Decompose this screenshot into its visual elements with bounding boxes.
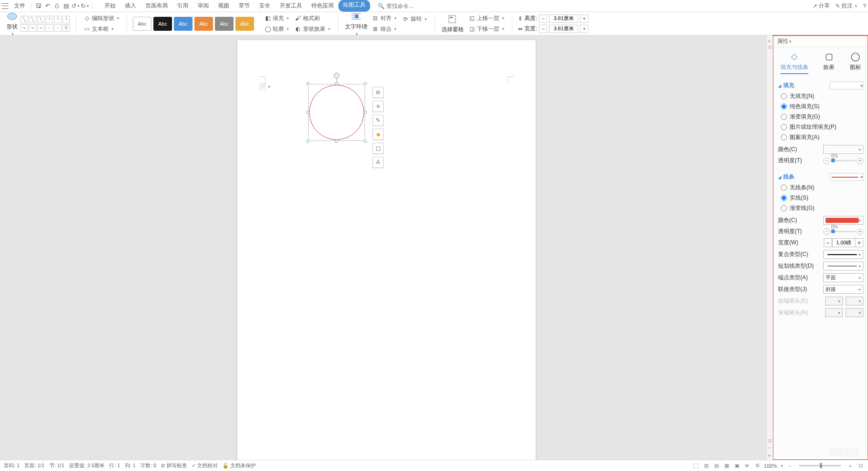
shape-curve[interactable]: ∿ bbox=[37, 24, 45, 32]
separator bbox=[127, 14, 127, 33]
search-input[interactable] bbox=[386, 3, 442, 9]
share-button[interactable]: ↗分享 bbox=[813, 2, 830, 10]
svg-rect-6 bbox=[449, 15, 455, 23]
shapes-button[interactable]: 形状▾ bbox=[6, 10, 19, 35]
separator bbox=[338, 14, 338, 33]
outline-icon: ◯ bbox=[264, 26, 271, 32]
ribbon: 形状▾ ╲╲╲└└└ ∿∿∿⟋⟋S ◇编辑形状▾ ▭文本框▾ Abc Abc A… bbox=[0, 12, 868, 35]
tab-view[interactable]: 视图 bbox=[214, 0, 234, 12]
shape-effects-button[interactable]: ◐形状效果▾ bbox=[293, 25, 332, 34]
shape-curve[interactable]: ∿ bbox=[21, 24, 28, 32]
style-swatch-5[interactable]: Abc bbox=[215, 17, 234, 31]
bring-forward-icon: ◱ bbox=[468, 15, 475, 21]
blank bbox=[400, 25, 429, 33]
height-plus[interactable]: + bbox=[580, 14, 588, 23]
layer-group: 选择窗格 ◱上移一层▾ ◲下移一层▾ bbox=[438, 13, 509, 35]
style-swatch-6[interactable]: Abc bbox=[235, 17, 254, 31]
width-control: ⇔ 宽度: − + bbox=[518, 25, 588, 33]
edit-group: ◇编辑形状▾ ▭文本框▾ bbox=[79, 14, 124, 34]
width-input[interactable] bbox=[549, 25, 578, 33]
tab-chapter[interactable]: 章节 bbox=[234, 0, 255, 12]
command-search[interactable]: 🔍 bbox=[378, 3, 442, 9]
menu-left: 文件 🖫 ↶ ⎙ ▤ ↺▾ ↻▾ bbox=[2, 2, 94, 10]
share-icon: ↗ bbox=[813, 3, 817, 9]
shape-elbow[interactable]: └ bbox=[54, 16, 62, 23]
undo-history-icon[interactable]: ↶ bbox=[43, 2, 52, 10]
annotate-icon: ✎ bbox=[835, 3, 840, 9]
height-minus[interactable]: − bbox=[539, 14, 547, 23]
fill-button[interactable]: ◧填充▾ bbox=[262, 14, 291, 23]
size-group: ⇕ 高度: − + ⇔ 宽度: − + bbox=[515, 14, 591, 33]
height-control: ⇕ 高度: − + bbox=[518, 14, 588, 23]
width-plus[interactable]: + bbox=[580, 25, 588, 33]
combine-button[interactable]: ⊞组合▾ bbox=[370, 25, 399, 34]
menu-right: ↗分享 ✎批注▾ ? bbox=[813, 2, 866, 10]
file-menu[interactable]: 文件 bbox=[11, 2, 28, 10]
bring-forward-button[interactable]: ◱上移一层▾ bbox=[467, 14, 506, 23]
align-icon: ⊟ bbox=[372, 15, 379, 21]
separator bbox=[92, 2, 92, 10]
svg-rect-7 bbox=[450, 17, 453, 18]
tab-review[interactable]: 审阅 bbox=[193, 0, 214, 12]
rotate-icon: ⟳ bbox=[402, 16, 409, 22]
textbox-icon: ▭ bbox=[83, 26, 90, 32]
shape-line[interactable]: ╲ bbox=[21, 16, 28, 23]
width-icon: ⇔ bbox=[518, 26, 523, 32]
svg-rect-1 bbox=[355, 14, 358, 18]
tab-insert[interactable]: 插入 bbox=[120, 0, 141, 12]
shape-freeform[interactable]: ⟋ bbox=[54, 24, 62, 32]
style-swatch-4[interactable]: Abc bbox=[194, 17, 213, 31]
shape-s[interactable]: S bbox=[62, 24, 70, 32]
shape-elbow[interactable]: └ bbox=[62, 16, 70, 23]
separator bbox=[31, 2, 31, 10]
print-preview-icon[interactable]: ▤ bbox=[62, 2, 70, 10]
tab-start[interactable]: 开始 bbox=[100, 0, 120, 12]
arrange-group: 文字环绕▾ ⊟对齐▾ ⊞组合▾ ⟳旋转▾ bbox=[341, 10, 432, 35]
height-input[interactable] bbox=[549, 14, 578, 23]
text-wrap-button[interactable]: 文字环绕▾ bbox=[344, 10, 368, 35]
wrap-icon bbox=[351, 11, 362, 22]
annotate-button[interactable]: ✎批注▾ bbox=[835, 2, 857, 10]
height-icon: ⇕ bbox=[518, 15, 523, 22]
group-icon: ⊞ bbox=[372, 26, 379, 32]
style-swatch-3[interactable]: Abc bbox=[174, 17, 193, 31]
undo-icon[interactable]: ↺▾ bbox=[71, 2, 80, 10]
style-swatch-1[interactable]: Abc bbox=[133, 17, 152, 31]
styles-group: Abc Abc Abc Abc Abc Abc bbox=[130, 17, 257, 31]
shape-gallery[interactable]: ╲╲╲└└└ ∿∿∿⟋⟋S bbox=[21, 16, 70, 32]
help-button[interactable]: ? bbox=[863, 3, 866, 9]
brush-icon: 🖌 bbox=[295, 15, 301, 21]
shape-freeform[interactable]: ⟋ bbox=[46, 24, 53, 32]
fill-icon: ◧ bbox=[264, 15, 271, 21]
menubar: 文件 🖫 ↶ ⎙ ▤ ↺▾ ↻▾ 开始 插入 页面布局 引用 审阅 视图 章节 … bbox=[0, 0, 868, 12]
rotate-button[interactable]: ⟳旋转▾ bbox=[400, 14, 429, 23]
shape-curve[interactable]: ∿ bbox=[29, 24, 36, 32]
tab-reference[interactable]: 引用 bbox=[172, 0, 193, 12]
hamburger-icon[interactable] bbox=[2, 3, 8, 9]
send-backward-icon: ◲ bbox=[468, 26, 475, 32]
tab-security[interactable]: 安全 bbox=[255, 0, 275, 12]
edit-shape-button[interactable]: ◇编辑形状▾ bbox=[82, 14, 121, 23]
tab-page-layout[interactable]: 页面布局 bbox=[141, 0, 172, 12]
style-swatch-2[interactable]: Abc bbox=[153, 17, 172, 31]
textbox-button[interactable]: ▭文本框▾ bbox=[82, 25, 121, 34]
format-painter-button[interactable]: 🖌格式刷 bbox=[293, 14, 332, 23]
print-icon[interactable]: ⎙ bbox=[53, 2, 61, 10]
separator bbox=[434, 14, 435, 33]
tab-special[interactable]: 特色应用 bbox=[307, 0, 338, 12]
shape-elbow[interactable]: └ bbox=[46, 16, 53, 23]
tab-dev-tools[interactable]: 开发工具 bbox=[275, 0, 307, 12]
width-minus[interactable]: − bbox=[539, 25, 547, 33]
shape-insert-group: 形状▾ ╲╲╲└└└ ∿∿∿⟋⟋S bbox=[3, 10, 73, 35]
send-backward-button[interactable]: ◲下移一层▾ bbox=[467, 25, 506, 34]
shape-line[interactable]: ╲ bbox=[37, 16, 45, 23]
selection-pane-button[interactable]: 选择窗格 bbox=[441, 13, 465, 35]
save-icon[interactable]: 🖫 bbox=[34, 2, 42, 10]
menu-tabs: 开始 插入 页面布局 引用 审阅 视图 章节 安全 开发工具 特色应用 绘图工具 bbox=[100, 0, 370, 12]
shape-line[interactable]: ╲ bbox=[29, 16, 36, 23]
fill-outline-group: ◧填充▾ ◯轮廓▾ 🖌格式刷 ◐形状效果▾ bbox=[260, 14, 335, 34]
outline-button[interactable]: ◯轮廓▾ bbox=[262, 25, 291, 34]
separator bbox=[512, 14, 512, 33]
redo-icon[interactable]: ↻▾ bbox=[81, 2, 89, 10]
align-button[interactable]: ⊟对齐▾ bbox=[370, 14, 399, 23]
